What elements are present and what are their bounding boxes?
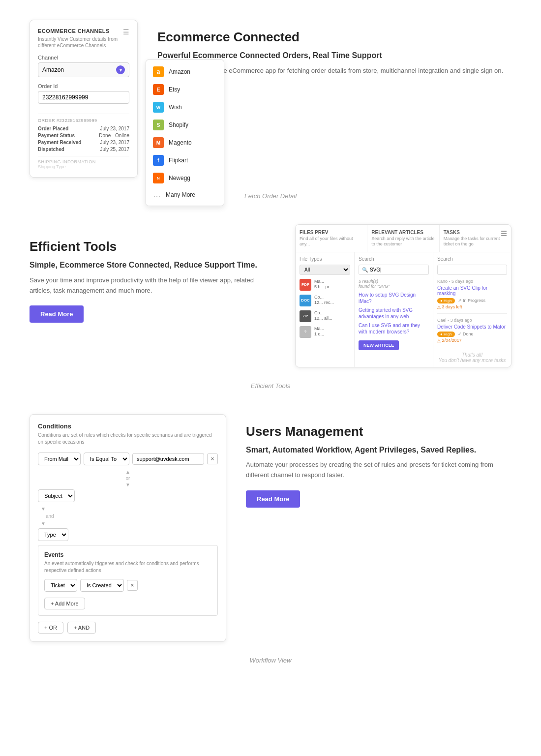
dropdown-item-newegg[interactable]: N Newegg	[146, 169, 224, 187]
shipping-type: Shipping Type	[38, 164, 129, 169]
section-users: Conditions Conditions are set of rules w…	[0, 404, 541, 652]
magento-icon: M	[153, 137, 164, 148]
or-label: or	[126, 476, 130, 481]
add-more-button[interactable]: + Add More	[44, 598, 85, 609]
task-empty-text: That's all!You don't have any more tasks	[437, 352, 507, 363]
events-subtitle: An event automatically triggeres and che…	[44, 560, 211, 574]
condition-row-2: Subject	[38, 489, 218, 502]
section1-caption: Fetch Order Detail	[0, 192, 541, 200]
condition-field-1[interactable]: From Mail	[38, 453, 81, 465]
dropdown-icon: ▾	[116, 65, 125, 74]
etsy-label: Etsy	[169, 86, 180, 93]
tab-articles[interactable]: RELEVANT ARTICLES Search and reply with …	[367, 225, 439, 252]
condition-field-2[interactable]: Subject	[38, 489, 75, 502]
efficient-content: Efficient Tools Simple, Ecommerce Store …	[30, 224, 275, 323]
order-placed-value: July 23, 2017	[100, 126, 130, 131]
file-types-label: File Types	[300, 256, 350, 262]
doc-icon: DOC	[300, 295, 311, 306]
file-text-doc: Co...12... rec...	[314, 295, 334, 306]
new-article-button[interactable]: NEW ARTICLE	[359, 340, 399, 350]
tab-articles-subtitle: Search and reply with the article to the…	[371, 236, 435, 247]
tab-tasks-label: TASKS	[444, 230, 501, 235]
article-search-box[interactable]: 🔍	[359, 265, 429, 275]
condition-row-1: From Mail Is Equal To ×	[38, 453, 218, 465]
file-text-unknown: Ma...1 o...	[314, 326, 324, 337]
payment-status-label: Payment Status	[38, 133, 75, 138]
more-icon: …	[153, 190, 161, 199]
order-row-payment-received: Payment Received July 23, 2017	[38, 140, 129, 145]
events-remove[interactable]: ×	[127, 580, 138, 591]
tasks-search-box[interactable]	[437, 265, 507, 275]
tasks-search-input[interactable]	[441, 267, 504, 272]
article-search-input[interactable]	[370, 267, 425, 272]
and-button[interactable]: + AND	[67, 622, 96, 634]
zip-icon: ZIP	[300, 310, 311, 322]
workflow-subtitle: Conditions are set of rules which checks…	[38, 432, 218, 446]
efficient-read-more-button[interactable]: Read More	[30, 305, 84, 323]
users-read-more-button[interactable]: Read More	[246, 490, 300, 508]
file-item-unknown: ? Ma...1 o...	[300, 326, 350, 338]
tab-articles-label: RELEVANT ARTICLES	[371, 230, 435, 235]
dropdown-item-shopify[interactable]: S Shopify	[146, 116, 224, 134]
condition-value-1[interactable]	[132, 453, 204, 465]
article-result-count: 5 result(s)found for "SVG"	[359, 279, 429, 289]
flipkart-label: Flipkart	[169, 157, 188, 164]
article-link-2[interactable]: Getting started with SVG advantages in a…	[359, 307, 429, 320]
order-row-payment-status: Payment Status Done - Online	[38, 133, 129, 138]
order-id-input[interactable]	[38, 91, 129, 104]
article-link-1[interactable]: How to setup SVG Design iMac?	[359, 292, 429, 304]
ecommerce-widget: ECOMMERCE CHANNELS Instantly View Custom…	[30, 20, 138, 178]
file-item-doc: DOC Co...12... rec...	[300, 295, 350, 306]
dropdown-item-more[interactable]: … Many More	[146, 187, 224, 203]
arrow-up-icon: ▲	[125, 469, 130, 475]
task-item-1: Kano - 5 days ago Create an SVG Clip for…	[437, 279, 507, 314]
article-link-3[interactable]: Can I use SVG and are they with modern b…	[359, 322, 429, 335]
shopify-label: Shopify	[169, 121, 188, 128]
dropdown-item-magento[interactable]: M Magento	[146, 134, 224, 151]
task-meta-2: Cael - 3 days ago	[437, 318, 507, 323]
tools-widget: FILES PREV Find all of your files withou…	[295, 224, 511, 367]
dropdown-item-amazon[interactable]: a Amazon	[146, 63, 224, 81]
file-type-select[interactable]: All	[300, 265, 350, 275]
tab-files[interactable]: FILES PREV Find all of your files withou…	[296, 225, 367, 252]
more-label: Many More	[166, 191, 195, 198]
tasks-search-label: Search	[437, 256, 507, 262]
condition-field-3[interactable]: Type	[38, 528, 68, 541]
file-item-pdf: PDF Ma...5 h... pr...	[300, 279, 350, 291]
channel-dropdown: a Amazon E Etsy w Wish S Shopify M Magen…	[146, 60, 224, 206]
newegg-label: Newegg	[169, 175, 190, 181]
dropdown-item-etsy[interactable]: E Etsy	[146, 81, 224, 98]
task-badges-2: ● High ✓ Done	[437, 332, 507, 337]
hamburger-icon[interactable]: ☰	[123, 28, 129, 36]
section3-caption: Workflow View	[0, 657, 541, 664]
file-text-pdf: Ma...5 h... pr...	[314, 279, 333, 290]
condition-remove-1[interactable]: ×	[207, 454, 218, 464]
order-row-placed: Order Placed July 23, 2017	[38, 126, 129, 131]
dropdown-item-wish[interactable]: w Wish	[146, 98, 224, 116]
events-ticket-select[interactable]: Ticket	[44, 579, 77, 592]
flipkart-icon: f	[153, 155, 164, 166]
channel-input[interactable]: Amazon ▾	[38, 62, 129, 77]
workflow-title: Conditions	[38, 423, 218, 430]
task-status-2: ✓ Done	[458, 332, 474, 336]
task-priority-2: ● High	[437, 332, 455, 337]
dispatched-value: July 25, 2017	[100, 147, 130, 152]
tab-tasks[interactable]: TASKS Manage the tasks for current ticke…	[440, 225, 511, 252]
condition-operator-1[interactable]: Is Equal To	[84, 453, 129, 465]
task-name-2: Deliver Code Snippets to Mator	[437, 324, 507, 330]
events-action-select[interactable]: Is Created	[80, 579, 124, 592]
task-status-1: ↗ In Progress	[458, 298, 486, 303]
dropdown-item-flipkart[interactable]: f Flipkart	[146, 151, 224, 169]
tasks-column: Search Kano - 5 days ago Create an SVG C…	[433, 252, 511, 367]
tasks-hamburger-icon[interactable]: ☰	[501, 230, 507, 247]
events-row: Ticket Is Created ×	[44, 579, 211, 592]
shipping-title: SHIPPING INFORMATION	[38, 159, 129, 164]
users-content: Users Management Smart, Automated Workfl…	[246, 414, 511, 508]
search-label: Search	[359, 256, 429, 262]
task-meta-1: Kano - 5 days ago	[437, 279, 507, 284]
tab-files-subtitle: Find all of your files without any...	[300, 236, 363, 247]
events-box: Events An event automatically triggeres …	[38, 545, 218, 616]
or-button[interactable]: + OR	[38, 622, 63, 634]
section2-caption: Efficient Tools	[0, 382, 541, 390]
task-badges-1: ● High ↗ In Progress	[437, 298, 507, 303]
